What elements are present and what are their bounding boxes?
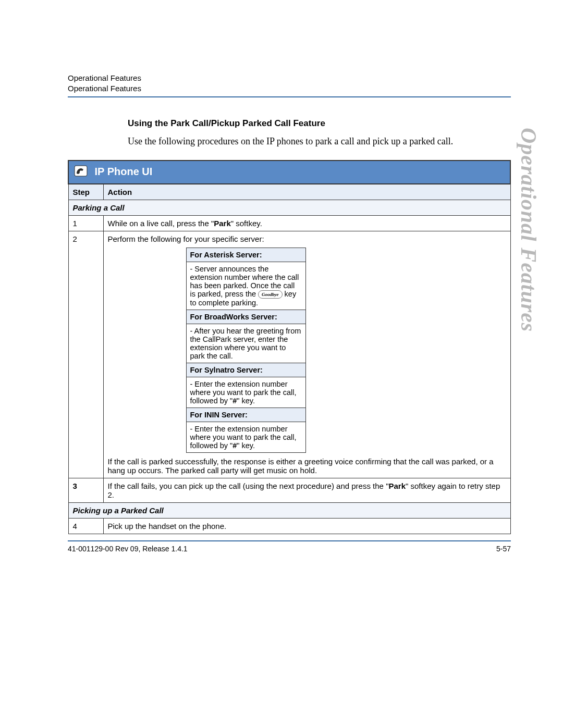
bold-text: Park <box>214 219 231 228</box>
table-row: 4 Pick up the handset on the phone. <box>68 519 510 534</box>
step-action: Pick up the handset on the phone. <box>103 519 510 534</box>
footer-left: 41-001129-00 Rev 09, Release 1.4.1 <box>68 545 188 553</box>
footer-right: 5-57 <box>496 545 511 553</box>
server-body: - After you hear the greeting from the C… <box>186 324 305 363</box>
phone-icon <box>74 165 88 179</box>
table-row: 3 If the call fails, you can pick up the… <box>68 478 510 503</box>
text: While on a live call, press the " <box>108 219 214 228</box>
step-number: 1 <box>68 216 103 231</box>
section-parking: Parking a Call <box>68 200 510 216</box>
step-action: If the call fails, you can pick up the c… <box>103 478 510 503</box>
table-title-row: IP Phone UI <box>68 161 510 184</box>
server-head: For Sylnatro Server: <box>186 363 305 377</box>
header-line-2: Operational Features <box>68 83 511 94</box>
step-number: 4 <box>68 519 103 534</box>
text: " key. <box>237 441 255 450</box>
footer-rule <box>68 540 511 541</box>
server-head: For Asterisk Server: <box>186 248 305 262</box>
col-head-action: Action <box>103 184 510 200</box>
running-header: Operational Features Operational Feature… <box>68 73 511 93</box>
section-picking-up: Picking up a Parked Call <box>68 503 510 519</box>
table-row: 1 While on a live call, press the "Park"… <box>68 216 510 231</box>
intro-paragraph: Use the following procedures on the IP p… <box>128 135 511 147</box>
server-body: - Server announces the extension number … <box>186 262 305 310</box>
subheading: Using the Park Call/Pickup Parked Call F… <box>128 118 511 129</box>
header-rule <box>68 96 511 97</box>
server-body: - Enter the extension number where you w… <box>186 377 305 408</box>
goodbye-key-icon: Goodbye <box>258 290 283 299</box>
table-row: 2 Perform the following for your specifi… <box>68 231 510 478</box>
step2-lead: Perform the following for your specific … <box>108 235 506 243</box>
bold-text: Park <box>388 482 406 490</box>
server-body: - Enter the extension number where you w… <box>186 422 305 453</box>
step2-tail: If the call is parked successfully, the … <box>108 457 506 475</box>
section-picking-up-label: Picking up a Parked Call <box>68 503 510 519</box>
server-head: For BroadWorks Server: <box>186 310 305 324</box>
procedure-table: IP Phone UI Step Action Parking a Call 1… <box>68 160 511 534</box>
step-action: While on a live call, press the "Park" s… <box>103 216 510 231</box>
text: " key. <box>237 397 255 405</box>
col-head-step: Step <box>68 184 103 200</box>
section-parking-label: Parking a Call <box>68 200 510 216</box>
page-footer: 41-001129-00 Rev 09, Release 1.4.1 5-57 <box>68 545 511 553</box>
svg-rect-0 <box>75 166 87 176</box>
step-number: 2 <box>68 231 103 478</box>
document-page: Operational Features Operational Feature… <box>0 0 563 584</box>
table-header-row: Step Action <box>68 184 510 200</box>
header-line-1: Operational Features <box>68 73 511 83</box>
step-action: Perform the following for your specific … <box>103 231 510 478</box>
text: " softkey. <box>231 219 262 228</box>
server-table: For Asterisk Server: - Server announces … <box>186 248 306 453</box>
step-number: 3 <box>68 478 103 503</box>
server-head: For ININ Server: <box>186 408 305 422</box>
text: If the call fails, you can pick up the c… <box>108 482 389 490</box>
table-title: IP Phone UI <box>95 166 153 177</box>
